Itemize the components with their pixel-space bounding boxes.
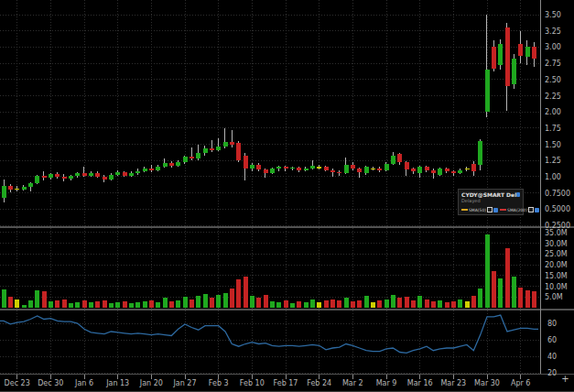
price-axis[interactable]: 3.503.253.002.752.502.252.001.751.501.25… bbox=[545, 11, 570, 230]
svg-text:Jan 20: Jan 20 bbox=[139, 379, 163, 387]
sma200-color-swatch bbox=[500, 209, 506, 211]
sma200-legend-item: SMA(200) bbox=[500, 207, 539, 212]
rsi-axis[interactable]: 80604020 bbox=[547, 320, 557, 377]
svg-text:20: 20 bbox=[547, 369, 557, 377]
svg-text:Feb 10: Feb 10 bbox=[240, 379, 265, 387]
sma200-checkbox[interactable] bbox=[528, 207, 534, 212]
svg-text:35.0M: 35.0M bbox=[545, 229, 568, 237]
volume-axis[interactable]: 35.0M30.0M25.0M20.0M15.0M10.0M5.0M bbox=[545, 229, 568, 302]
svg-text:Jan 6: Jan 6 bbox=[74, 379, 93, 387]
svg-text:1.50: 1.50 bbox=[545, 141, 561, 149]
rsi-line-series bbox=[0, 315, 538, 353]
svg-text:Mar 9: Mar 9 bbox=[376, 379, 397, 387]
svg-text:0.7500: 0.7500 bbox=[545, 190, 570, 198]
sma50-color-swatch bbox=[461, 209, 468, 211]
svg-text:10.0M: 10.0M bbox=[545, 283, 568, 291]
chart-window: 3.503.253.002.752.502.252.001.751.501.25… bbox=[0, 0, 574, 392]
candlestick-series bbox=[2, 15, 536, 202]
svg-text:Mar 2: Mar 2 bbox=[342, 379, 363, 387]
svg-text:3.00: 3.00 bbox=[545, 43, 561, 51]
svg-text:Dec 30: Dec 30 bbox=[38, 379, 63, 387]
symbol-legend: CYDY@SMART Delayed Delayed SMA(50) SMA(2… bbox=[458, 189, 524, 215]
sma50-legend-item: SMA(50) bbox=[461, 207, 498, 212]
svg-text:2.25: 2.25 bbox=[545, 93, 561, 101]
svg-text:2.50: 2.50 bbox=[545, 76, 561, 84]
sma50-checkbox[interactable] bbox=[487, 207, 493, 212]
time-axis[interactable]: Dec 23Dec 30Jan 6Jan 13Jan 20Jan 27Feb 3… bbox=[5, 379, 531, 387]
svg-text:15.0M: 15.0M bbox=[545, 272, 568, 280]
svg-text:2.00: 2.00 bbox=[545, 108, 561, 116]
svg-text:1.75: 1.75 bbox=[545, 125, 561, 133]
svg-text:30.0M: 30.0M bbox=[545, 240, 568, 248]
svg-text:2.75: 2.75 bbox=[545, 60, 561, 68]
svg-text:80: 80 bbox=[547, 320, 557, 328]
feed-status-label: Delayed bbox=[461, 198, 520, 204]
svg-text:25.0M: 25.0M bbox=[545, 250, 568, 258]
svg-text:0.5000: 0.5000 bbox=[545, 205, 570, 213]
symbol-title: CYDY@SMART Delayed bbox=[461, 191, 516, 198]
svg-text:Mar 23: Mar 23 bbox=[440, 379, 466, 387]
svg-text:Feb 3: Feb 3 bbox=[209, 379, 229, 387]
plus-button[interactable]: + bbox=[559, 373, 571, 386]
sma200-link-icon[interactable] bbox=[535, 208, 539, 212]
gridlines bbox=[0, 0, 540, 373]
svg-text:Dec 23: Dec 23 bbox=[5, 379, 30, 387]
svg-text:Jan 13: Jan 13 bbox=[105, 379, 129, 387]
svg-text:1.00: 1.00 bbox=[545, 173, 561, 181]
svg-text:Mar 16: Mar 16 bbox=[407, 379, 433, 387]
svg-text:3.50: 3.50 bbox=[545, 11, 561, 19]
svg-text:Mar 30: Mar 30 bbox=[474, 379, 500, 387]
svg-text:Feb 17: Feb 17 bbox=[274, 379, 298, 387]
svg-text:Apr 6: Apr 6 bbox=[511, 379, 530, 387]
svg-text:5.0M: 5.0M bbox=[545, 293, 563, 301]
svg-text:3.25: 3.25 bbox=[545, 27, 561, 36]
svg-text:Feb 24: Feb 24 bbox=[307, 379, 331, 387]
svg-text:Jan 27: Jan 27 bbox=[172, 379, 196, 387]
sma50-link-icon[interactable] bbox=[493, 208, 498, 212]
svg-text:20.0M: 20.0M bbox=[545, 261, 568, 269]
sma200-label: SMA(200) bbox=[507, 208, 527, 212]
legend-title-row: CYDY@SMART Delayed bbox=[461, 191, 520, 198]
indicator-legend-row: SMA(50) SMA(200) bbox=[461, 207, 520, 212]
link-icon[interactable] bbox=[516, 192, 520, 197]
sma50-label: SMA(50) bbox=[469, 208, 486, 212]
svg-text:40: 40 bbox=[547, 353, 557, 361]
svg-text:60: 60 bbox=[547, 336, 557, 344]
svg-text:1.25: 1.25 bbox=[545, 157, 561, 165]
